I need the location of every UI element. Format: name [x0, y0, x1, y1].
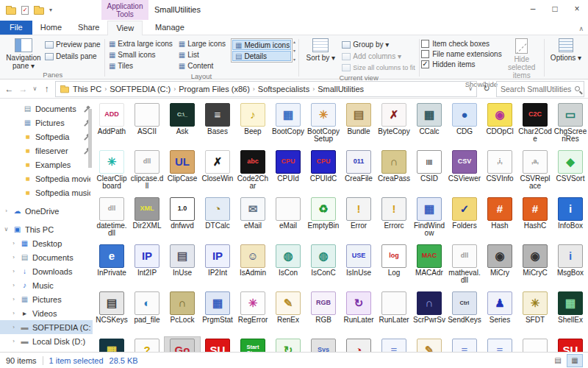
file-item[interactable]: ? [129, 337, 165, 352]
file-item-infobox[interactable]: iInfoBox [553, 196, 588, 243]
file-item-datetime-dll[interactable]: dlldatetime.dll [94, 196, 129, 243]
layout-option-medium-icons[interactable]: ▦Medium icons [232, 40, 291, 50]
file-item[interactable]: SU [553, 337, 588, 352]
file-item-macadr[interactable]: MACMACAdr [412, 243, 447, 290]
checkbox-icon[interactable] [421, 40, 429, 48]
file-item-ip2int[interactable]: IPIP2Int [200, 243, 235, 290]
file-item-cpuid[interactable]: CPUCPUId [270, 149, 306, 196]
file-item-cdg[interactable]: ●CDG [447, 102, 482, 149]
sidebar-item-desktop[interactable]: ›▦Desktop [0, 236, 93, 250]
file-item-clipcase-dll[interactable]: dllclipcase.dll [129, 149, 165, 196]
file-item-isconc[interactable]: ◍IsConC [306, 243, 341, 290]
expander-icon[interactable]: › [10, 282, 17, 289]
file-item-clipcase[interactable]: ULClipCase [165, 149, 200, 196]
file-item-char2code[interactable]: C2CChar2Code [517, 102, 553, 149]
forward-icon[interactable]: → [18, 84, 29, 94]
file-item-clearclipboard[interactable]: ✳ClearClipboard [94, 149, 129, 196]
file-item-matheval-dll[interactable]: dllmatheval.dll [447, 243, 482, 290]
file-item-log[interactable]: logLog [376, 243, 412, 290]
file-item[interactable]: ◔ [341, 337, 376, 352]
sort-by-button[interactable]: Sort by ▾ [301, 37, 340, 62]
group-by-button[interactable]: Group by ▾ [340, 39, 417, 50]
maximize-button[interactable]: □ [544, 0, 566, 18]
file-item-email[interactable]: eMail [270, 196, 306, 243]
file-item-hash[interactable]: #Hash [482, 196, 517, 243]
file-item-ncskeys[interactable]: ▤NCSKeys [94, 290, 129, 337]
expander-icon[interactable]: › [10, 324, 17, 330]
file-item-error[interactable]: !Error [341, 196, 376, 243]
file-item[interactable]: Sys [306, 337, 341, 352]
file-item-renex[interactable]: ✎RenEx [270, 290, 306, 337]
sidebar-item-pictures[interactable]: ›▦Pictures [0, 292, 93, 306]
file-item-creapass[interactable]: ∩CreaPass [376, 149, 412, 196]
layout-more-icon[interactable]: ▾ [293, 57, 295, 62]
layout-option-extra-large-icons[interactable]: ▦Extra large icons [107, 38, 175, 49]
file-item-findwindow[interactable]: ▦FindWindow [412, 196, 447, 243]
minimize-button[interactable]: – [522, 0, 544, 18]
size-all-columns-button[interactable]: Size all columns to fit [340, 63, 417, 73]
file-item-beep[interactable]: ♪Beep [235, 102, 270, 149]
scroll-down-icon[interactable]: ▾ [293, 48, 295, 53]
file-item-runlater[interactable]: RunLater [376, 290, 412, 337]
sidebar-item-softpedia-c[interactable]: ›▬SOFTPEDIA (C:) [0, 320, 93, 334]
properties-icon[interactable]: ✓ [21, 6, 29, 15]
file-item-closewin[interactable]: ✗CloseWin [200, 149, 235, 196]
file-item-shellex[interactable]: ▦ShellEx [553, 290, 588, 337]
sidebar-item-this-pc[interactable]: ∨▣This PC [0, 222, 93, 236]
file-item-ask[interactable]: C:\_Ask [165, 102, 200, 149]
breadcrumb-segment-softspecialists[interactable]: Softspecialists [256, 85, 312, 93]
refresh-icon[interactable]: ↻ [480, 84, 493, 93]
file-item-bytecopy[interactable]: ✗ByteCopy [376, 102, 412, 149]
file-item-isadmin[interactable]: ☺IsAdmin [235, 243, 270, 290]
file-item-emptybin[interactable]: ♻EmptyBin [306, 196, 341, 243]
layout-option-details[interactable]: ▤Details [232, 51, 291, 61]
sidebar-item-onedrive[interactable]: ›☁OneDrive [0, 204, 93, 218]
file-item[interactable]: ≡ [376, 337, 412, 352]
recent-locations-icon[interactable]: ∨ [32, 85, 38, 92]
file-item-dnfwvd[interactable]: 1.0dnfwvd [165, 196, 200, 243]
sidebar-item-fileserver[interactable]: ■fileserver [0, 144, 93, 158]
breadcrumb-segment-this-pc[interactable]: This PC [71, 85, 104, 93]
file-item-rgb[interactable]: RGBRGB [306, 290, 341, 337]
expander-icon[interactable]: › [10, 296, 17, 302]
tab-file[interactable]: File [0, 21, 32, 35]
contextual-tab-header[interactable]: Application Tools [101, 0, 148, 20]
file-item-runlater[interactable]: ↻RunLater [341, 290, 376, 337]
layout-option-tiles[interactable]: ▦Tiles [107, 60, 175, 71]
file-item-bundle[interactable]: ▤Bundle [341, 102, 376, 149]
file-item-inprivate[interactable]: eInPrivate [94, 243, 129, 290]
expander-icon[interactable]: ∨ [3, 226, 10, 233]
file-item-csviewer[interactable]: CSVCSViewer [447, 149, 482, 196]
file-item-creafile[interactable]: 011CreaFile [341, 149, 376, 196]
file-item-chgscreenres[interactable]: ▭ChgScreenRes [553, 102, 588, 149]
file-item[interactable]: ↻ [270, 337, 306, 352]
file-item-inuse[interactable]: ▤InUse [165, 243, 200, 290]
icons-view-toggle-icon[interactable]: ▦ [567, 355, 582, 367]
address-dropdown-icon[interactable]: ∨ [468, 85, 473, 92]
file-item-csid[interactable]: ||||CSID [412, 149, 447, 196]
options-button[interactable]: Options ▾ [546, 37, 586, 62]
search-icon[interactable] [575, 86, 580, 91]
expander-icon[interactable]: › [10, 254, 17, 261]
new-folder-icon[interactable] [34, 7, 44, 15]
file-item-regerror[interactable]: ✳RegError [235, 290, 270, 337]
file-item-dir2xml[interactable]: XMLDir2XML [129, 196, 165, 243]
expander-icon[interactable]: › [10, 240, 17, 247]
file-item-sfdt[interactable]: ✳SFDT [517, 290, 553, 337]
details-view-toggle-icon[interactable]: ▤ [551, 355, 565, 367]
preview-pane-button[interactable]: Preview pane [43, 39, 102, 50]
sidebar-item-examples[interactable]: ■Examples [0, 158, 93, 171]
file-item-pclock[interactable]: ∩PcLock [165, 290, 200, 337]
sidebar-item-music[interactable]: ›♪Music [0, 278, 93, 292]
file-item-bootcopy[interactable]: ▦BootCopy [270, 102, 306, 149]
file-item[interactable]: Start Stop [235, 337, 270, 352]
file-item-addpath[interactable]: ADDAddPath [94, 102, 129, 149]
expander-icon[interactable]: › [3, 208, 10, 214]
checkbox-icon[interactable] [421, 50, 429, 58]
layout-option-small-icons[interactable]: ▦Small icons [107, 49, 175, 60]
sidebar-item-softpedia[interactable]: ■Softpedia [0, 130, 93, 144]
file-item-msgbox[interactable]: iMsgBox [553, 243, 588, 290]
add-columns-button[interactable]: Add columns ▾ [340, 51, 417, 62]
file-item-scrpwrsv[interactable]: ∩ScrPwrSv [412, 290, 447, 337]
file-item-prgmstat[interactable]: ▦PrgmStat [200, 290, 235, 337]
